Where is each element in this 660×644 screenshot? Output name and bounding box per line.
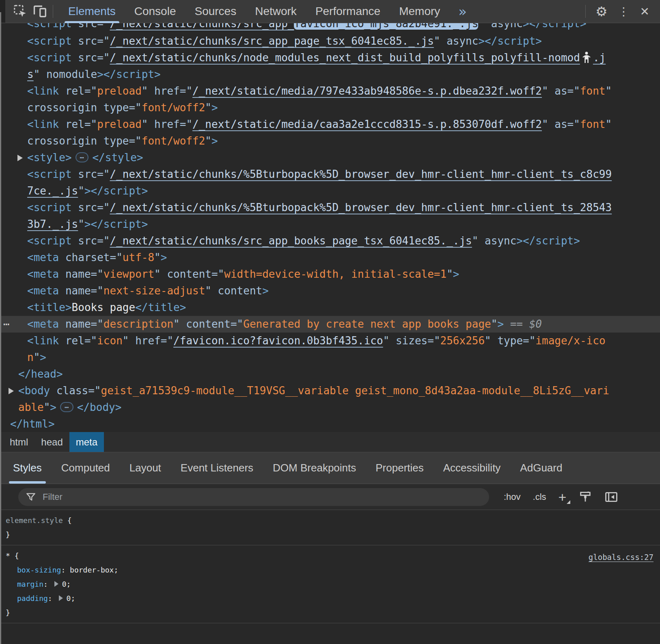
line-content: <script src="/_next/static/chunks/src_ap… xyxy=(27,235,580,247)
dom-tree-line[interactable]: <link rel="icon" href="/favicon.ico?favi… xyxy=(0,333,660,349)
dom-tree-line[interactable]: <meta charset="utf-8"> xyxy=(0,249,660,266)
stylesheet-link[interactable]: globals.css:27 xyxy=(589,550,654,564)
code-segment: ></script> xyxy=(523,23,587,30)
toggle-element-state-button[interactable]: :hov xyxy=(504,492,521,502)
css-declaration[interactable]: padding: 0; xyxy=(0,591,660,605)
style-rule: globals.css:27* {box-sizing: border-box;… xyxy=(0,545,660,623)
tab-network[interactable]: Network xyxy=(246,0,306,23)
code-segment: href= xyxy=(148,118,186,130)
code-segment: src= xyxy=(72,52,104,64)
close-icon[interactable]: ✕ xyxy=(637,5,653,18)
code-segment: <link xyxy=(27,118,59,130)
dom-tree-line[interactable]: </head> xyxy=(0,366,660,383)
panel-tab-adguard[interactable]: AdGuard xyxy=(510,452,572,484)
dom-tree-line[interactable]: <script src="/_next/static/chunks/src_ap… xyxy=(0,33,660,50)
code-segment: > xyxy=(497,318,504,330)
code-segment: " xyxy=(491,318,498,330)
tab-memory[interactable]: Memory xyxy=(390,0,449,23)
dom-tree-line[interactable]: <style>⋯</style> xyxy=(0,149,660,166)
dom-tree-line[interactable]: <script src="/_next/static/chunks/src_ap… xyxy=(0,23,660,33)
dom-tree-line[interactable]: <body class="geist_a71539c9-module__T19V… xyxy=(0,383,660,399)
panel-tab-layout[interactable]: Layout xyxy=(120,452,171,484)
rendering-brush-icon[interactable] xyxy=(578,490,592,504)
dom-tree-line[interactable]: <link rel="preload" href="/_next/static/… xyxy=(0,83,660,99)
panel-tab-computed[interactable]: Computed xyxy=(52,452,120,484)
tab-console[interactable]: Console xyxy=(125,0,185,23)
code-segment: " xyxy=(97,268,104,280)
kebab-menu-icon[interactable]: ⋮ xyxy=(615,5,633,18)
dom-tree-line[interactable]: <meta name="viewport" content="width=dev… xyxy=(0,266,660,283)
toggle-classes-button[interactable]: .cls xyxy=(533,492,546,502)
code-segment: 7ce._.js xyxy=(27,185,78,197)
filter-input-wrap[interactable] xyxy=(18,488,489,506)
toolbar-right-controls: ⚙ ⋮ ✕ xyxy=(583,0,660,23)
tab-elements[interactable]: Elements xyxy=(59,0,125,23)
code-segment: > xyxy=(211,135,218,147)
new-style-rule-button[interactable]: + xyxy=(559,491,567,503)
code-segment: " xyxy=(97,285,104,297)
expand-arrow-icon[interactable] xyxy=(17,155,23,161)
css-declaration[interactable]: margin: 0; xyxy=(0,577,660,591)
code-segment: " xyxy=(104,235,110,247)
inspect-icon[interactable] xyxy=(11,4,29,19)
filter-funnel-icon xyxy=(26,492,36,502)
panel-tab-accessibility[interactable]: Accessibility xyxy=(434,452,511,484)
dom-tree-line[interactable]: 7ce._.js"></script> xyxy=(0,183,660,199)
code-segment: preload xyxy=(97,85,142,97)
expand-arrow-icon[interactable] xyxy=(9,388,14,394)
dom-tree-line[interactable]: ⋯<meta name="description" content="Gener… xyxy=(0,316,660,333)
expand-triangle-icon[interactable] xyxy=(54,581,58,587)
code-segment: font xyxy=(580,85,606,97)
breadcrumb-item-meta[interactable]: meta xyxy=(69,432,104,452)
code-segment: " xyxy=(218,268,224,280)
dom-tree-line[interactable]: </html> xyxy=(0,416,660,432)
collapsed-content-ellipsis[interactable]: ⋯ xyxy=(75,152,89,162)
dom-tree-line[interactable]: <script src="/_next/static/chunks/src_ap… xyxy=(0,233,660,249)
device-toolbar-icon[interactable] xyxy=(29,4,50,19)
code-segment: class= xyxy=(50,385,95,397)
dom-tree-line[interactable]: s" nomodule></script> xyxy=(0,66,660,83)
rule-selector-line[interactable]: * { xyxy=(0,549,660,563)
rule-selector-line[interactable]: element.style { xyxy=(0,513,660,527)
dom-tree-line[interactable]: 3b7._.js"></script> xyxy=(0,216,660,233)
code-segment: able xyxy=(18,401,44,413)
dom-tree-line[interactable]: <link rel="preload" href="/_next/static/… xyxy=(0,116,660,133)
code-segment: <script xyxy=(27,168,72,180)
dom-tree-line[interactable]: <script src="/_next/static/chunks/%5Btur… xyxy=(0,199,660,216)
dom-tree-line[interactable]: <script src="/_next/static/chunks/%5Btur… xyxy=(0,166,660,183)
css-property-value: border-box; xyxy=(70,566,118,574)
breadcrumb-item-html[interactable]: html xyxy=(3,432,35,452)
panel-tab-event-listeners[interactable]: Event Listeners xyxy=(171,452,263,484)
dom-tree-line[interactable]: <meta name="next-size-adjust" content> xyxy=(0,283,660,299)
code-segment: favicon_ico_mjs_8a2b4e91._.js xyxy=(294,23,478,30)
dom-tree-line[interactable]: n"> xyxy=(0,349,660,366)
code-segment: crossorigin type= xyxy=(27,102,135,114)
code-segment: <script xyxy=(27,23,72,30)
panel-tabs: StylesComputedLayoutEvent ListenersDOM B… xyxy=(0,452,660,484)
tab-sources[interactable]: Sources xyxy=(185,0,246,23)
line-content: <body class="geist_a71539c9-module__T19V… xyxy=(18,385,609,397)
panel-tab-dom-breakpoints[interactable]: DOM Breakpoints xyxy=(263,452,366,484)
dom-tree-line[interactable]: <title>Books page</title> xyxy=(0,299,660,316)
dom-tree-line[interactable]: able">⋯</body> xyxy=(0,399,660,416)
code-segment: " xyxy=(135,102,142,114)
collapsed-content-ellipsis[interactable]: ⋯ xyxy=(60,402,73,412)
code-segment: <script xyxy=(27,201,72,214)
code-segment: " xyxy=(104,52,110,64)
panel-tab-styles[interactable]: Styles xyxy=(3,452,52,484)
code-segment: " xyxy=(574,118,580,130)
dom-tree-line[interactable]: <script src="/_next/static/chunks/node_m… xyxy=(0,50,660,66)
expand-triangle-icon[interactable] xyxy=(59,595,63,601)
tab-performance[interactable]: Performance xyxy=(306,0,390,23)
code-segment: crossorigin type= xyxy=(27,135,135,147)
panel-tab-properties[interactable]: Properties xyxy=(366,452,434,484)
css-declaration[interactable]: box-sizing: border-box; xyxy=(0,563,660,577)
toggle-sidebar-icon[interactable] xyxy=(604,490,618,504)
dom-tree-line[interactable]: crossorigin type="font/woff2"> xyxy=(0,133,660,149)
more-tabs-icon[interactable]: » xyxy=(455,3,470,19)
dom-tree-line[interactable]: crossorigin type="font/woff2"> xyxy=(0,99,660,116)
styles-filter-input[interactable] xyxy=(42,491,482,503)
breadcrumb-item-head[interactable]: head xyxy=(35,432,69,452)
code-segment: <link xyxy=(27,85,59,97)
settings-gear-icon[interactable]: ⚙ xyxy=(592,4,611,19)
